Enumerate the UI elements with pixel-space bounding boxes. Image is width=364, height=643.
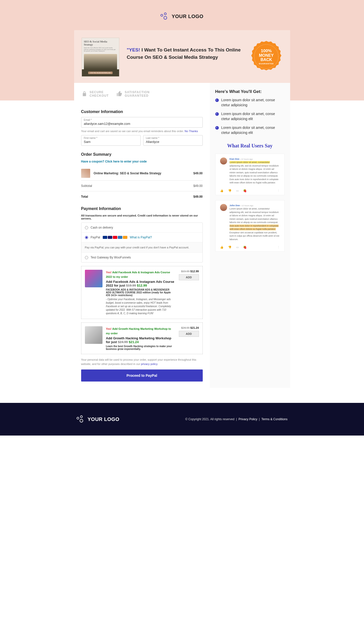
guarantee-badge: 100% MONEY BACK GUARANTEE [250,40,283,73]
order-summary-heading: Order Summary [81,152,203,157]
email-input[interactable] [84,122,200,126]
product-thumb-icon [81,169,90,178]
firstname-input[interactable] [84,140,138,144]
lastname-field[interactable]: Last name * [143,135,203,146]
review-actions: 👍👎▭🍓⋮ [220,187,280,192]
privacy-policy-link[interactable]: privacy policy [141,362,157,365]
email-field[interactable]: Email * [81,117,203,128]
hero-headline: "YES! I Want To Get Instant Access To Th… [127,38,242,61]
total-row: Total$49.00 [81,191,203,202]
paypal-description: Pay via PayPal; you can pay with your cr… [81,242,202,253]
logo-icon [77,415,85,423]
share-icon[interactable]: ▭ [236,189,239,192]
hero-product-thumb: SEO & Social Media Strategy Apply the mo… [82,38,119,77]
review-card: Kian Doe • 12 hours ago Lorem ipsum dolo… [215,154,285,195]
testimonials-heading: What Real Users Say [215,143,285,149]
coupon-link[interactable]: Have a coupon? Click here to enter your … [81,160,203,163]
avatar [220,204,227,211]
benefit-item: Lorem ipsum dolor sit amet, conse ctetur… [215,98,285,108]
bump1-add-button[interactable]: ADD [179,274,199,280]
header-logo: YOUR LOGO [0,8,364,30]
bump2-add-button[interactable]: ADD [179,331,199,337]
proceed-button[interactable]: Proceed to PayPal [81,369,203,382]
customer-info-heading: Customer Information [81,110,203,114]
avatar [220,157,227,165]
firstname-field[interactable]: First name * [81,135,141,146]
payment-info-heading: Payment Information [81,206,203,211]
lock-icon [81,91,88,97]
order-bump-1: Yes! Add Facebook Ads & Instagram Ads Co… [81,266,203,319]
bullet-icon [215,98,219,102]
svg-text:100%: 100% [261,48,272,53]
footer-privacy-link[interactable]: Privacy Policy [239,417,257,421]
benefit-item: Lorem ipsum dolor sit amet, conse ctetur… [215,112,285,121]
logo-text: YOUR LOGO [172,14,203,19]
no-thanks-link[interactable]: No Thanks [185,130,198,133]
bullet-icon [215,126,219,130]
payment-cod[interactable]: Cash on delivery [81,223,202,233]
email-hint: Your email and cart are saved so we can … [81,130,203,133]
privacy-note: Your personal data will be used to proce… [81,358,203,366]
footer: YOUR LOGO © Copyright 2021. All rights r… [0,403,364,436]
thumbs-down-icon[interactable]: 👎 [228,246,232,249]
card-icons [103,236,127,239]
benefit-item: Lorem ipsum dolor sit amet, conse ctetur… [215,125,285,135]
share-icon[interactable]: ▭ [236,246,239,249]
thumbs-up-icon[interactable]: 👍 [220,189,224,192]
footer-terms-link[interactable]: Terms & Conditions [261,417,287,421]
trust-badges: SECURECHECKOUT SATISFACTIONGUARANTEED [81,89,203,105]
review-card: John Doe • 12 hours ago Lorem ipsum dolo… [215,200,285,252]
what-is-paypal-link[interactable]: What is PayPal? [130,236,152,239]
svg-text:BACK: BACK [260,58,272,62]
subtotal-row: Subtotal$49.00 [81,181,203,191]
benefits-heading: Here's What You'll Get: [215,89,285,94]
svg-text:MONEY: MONEY [259,53,274,58]
payment-paypal[interactable]: PayPal What is PayPal? [81,233,202,242]
bullet-icon [215,112,219,116]
thumbs-up-icon [116,91,123,97]
review-actions: 👍👎▭🍓⋮ [220,244,280,249]
more-icon[interactable]: ⋮ [277,246,280,249]
lastname-input[interactable] [146,140,200,144]
bump1-thumb-icon [85,270,102,287]
svg-text:GUARANTEE: GUARANTEE [259,63,274,65]
more-icon[interactable]: ⋮ [277,189,280,192]
footer-logo-text: YOUR LOGO [88,416,120,422]
order-line-item: Online Marketing: SEO & Social Media Str… [81,166,203,181]
thumbs-up-icon[interactable]: 👍 [220,246,224,249]
payment-test-gateway[interactable]: Test Gateway By WooFunnels [81,253,202,262]
order-bump-2: Yes! Add Growth Hacking Marketing Worksh… [81,323,203,354]
thumbs-down-icon[interactable]: 👎 [228,189,232,192]
bump2-thumb-icon [85,326,102,344]
logo-icon [161,13,169,20]
payment-security-note: All transactions are secure and encrypte… [81,214,203,220]
